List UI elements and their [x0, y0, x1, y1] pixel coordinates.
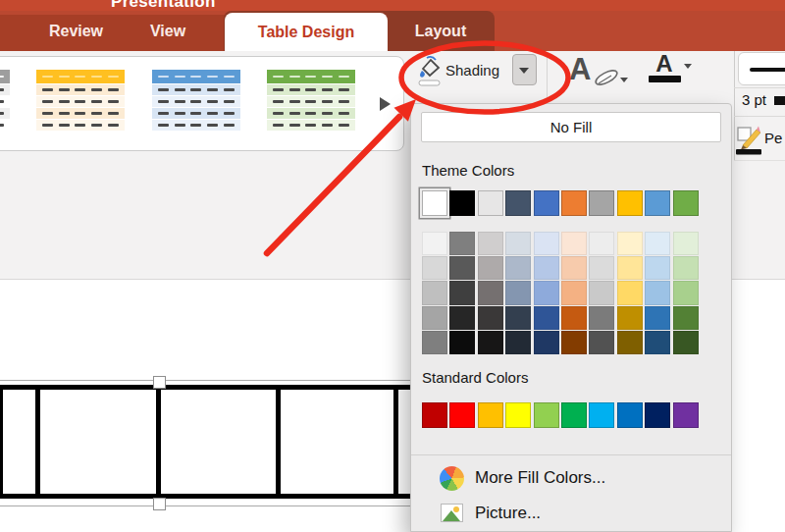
theme-color-swatch[interactable] [534, 190, 559, 216]
shading-button[interactable]: Shading [445, 62, 499, 79]
more-fill-colors-item[interactable]: More Fill Colors... [411, 465, 731, 495]
variant-color-swatch[interactable] [617, 281, 643, 304]
tab-table-design[interactable]: Table Design [225, 13, 388, 51]
variant-color-swatch[interactable] [645, 256, 670, 280]
variant-color-swatch[interactable] [561, 256, 587, 280]
font-color-button[interactable]: A [649, 52, 680, 76]
variant-color-swatch[interactable] [449, 232, 475, 255]
pen-icon[interactable] [735, 122, 764, 155]
standard-color-swatch[interactable] [589, 402, 614, 428]
variant-color-swatch[interactable] [617, 256, 643, 280]
text-effects-button[interactable]: A [569, 54, 591, 84]
table-resize-handle-top[interactable] [153, 376, 166, 389]
standard-color-swatch[interactable] [561, 402, 587, 428]
variant-color-swatch[interactable] [589, 281, 614, 304]
variant-color-swatch[interactable] [505, 331, 531, 354]
variant-color-swatch[interactable] [478, 281, 503, 304]
theme-color-swatch[interactable] [561, 190, 587, 216]
table-style-thumbnail-partial[interactable] [0, 70, 10, 132]
border-weight-button[interactable]: 3 pt [742, 91, 766, 108]
variant-color-swatch[interactable] [478, 256, 503, 280]
variant-color-swatch[interactable] [422, 232, 447, 255]
variant-color-swatch[interactable] [645, 306, 670, 330]
variant-color-swatch[interactable] [673, 306, 699, 330]
theme-color-swatch[interactable] [478, 190, 503, 216]
variant-color-swatch[interactable] [645, 232, 670, 255]
pen-nib-icon[interactable] [592, 67, 623, 88]
variant-color-swatch[interactable] [645, 281, 670, 304]
variant-color-swatch[interactable] [645, 331, 670, 354]
gallery-more-icon[interactable] [380, 97, 391, 111]
no-fill-button[interactable]: No Fill [421, 112, 721, 142]
variant-color-swatch[interactable] [478, 331, 503, 354]
variant-color-swatch[interactable] [422, 331, 447, 354]
table-resize-handle-bottom[interactable] [153, 498, 166, 510]
standard-color-swatch[interactable] [478, 402, 503, 428]
tab-review[interactable]: Review [39, 11, 113, 51]
standard-color-swatch[interactable] [673, 402, 699, 428]
variant-color-swatch[interactable] [534, 331, 559, 354]
table-border-bottom[interactable] [0, 494, 410, 499]
variant-color-swatch[interactable] [617, 331, 643, 354]
chevron-down-icon[interactable] [684, 64, 692, 69]
variant-color-swatch[interactable] [589, 331, 614, 354]
paint-bucket-icon[interactable] [417, 55, 443, 88]
variant-color-swatch[interactable] [534, 281, 559, 304]
variant-color-swatch[interactable] [673, 232, 699, 255]
table-border-top[interactable] [0, 385, 410, 390]
variant-color-swatch[interactable] [449, 306, 475, 330]
variant-color-swatch[interactable] [478, 232, 503, 255]
theme-color-swatch[interactable] [673, 190, 699, 216]
variant-color-swatch[interactable] [561, 232, 587, 255]
variant-color-swatch[interactable] [534, 306, 559, 330]
variant-color-swatch[interactable] [617, 232, 643, 255]
standard-color-swatch[interactable] [449, 402, 475, 428]
variant-color-swatch[interactable] [505, 232, 531, 255]
variant-color-swatch[interactable] [561, 331, 587, 354]
variant-color-swatch[interactable] [673, 281, 699, 304]
variant-color-swatch[interactable] [561, 306, 587, 330]
variant-color-swatch[interactable] [449, 256, 475, 280]
pen-button[interactable]: Pe [764, 130, 782, 146]
variant-color-swatch[interactable] [534, 232, 559, 255]
variant-color-swatch[interactable] [505, 281, 531, 304]
standard-color-swatch[interactable] [505, 402, 531, 428]
variant-color-swatch[interactable] [505, 256, 531, 280]
table-border-vertical[interactable] [35, 385, 40, 499]
standard-color-swatch[interactable] [645, 402, 670, 428]
table-border-vertical[interactable] [156, 385, 161, 499]
table-style-thumbnail-blue[interactable] [152, 70, 240, 132]
variant-color-swatch[interactable] [422, 306, 447, 330]
table-border-vertical[interactable] [393, 385, 398, 499]
variant-color-swatch[interactable] [449, 281, 475, 304]
theme-color-swatch[interactable] [505, 190, 531, 216]
shading-dropdown-button[interactable] [512, 54, 537, 85]
variant-color-swatch[interactable] [449, 331, 475, 354]
standard-color-swatch[interactable] [422, 402, 447, 428]
table-border-vertical[interactable] [0, 385, 3, 499]
variant-color-swatch[interactable] [589, 232, 614, 255]
border-style-button[interactable] [738, 52, 785, 85]
standard-color-swatch[interactable] [534, 402, 559, 428]
variant-color-swatch[interactable] [673, 256, 699, 280]
variant-color-swatch[interactable] [561, 281, 587, 304]
tab-layout[interactable]: Layout [406, 11, 475, 51]
chevron-down-icon[interactable] [620, 78, 628, 82]
table-border-vertical[interactable] [276, 385, 281, 499]
theme-color-swatch[interactable] [617, 190, 643, 216]
tab-view[interactable]: View [135, 11, 200, 51]
table-style-thumbnail-green[interactable] [267, 70, 355, 132]
theme-color-swatch[interactable] [645, 190, 670, 216]
theme-color-swatch[interactable] [449, 190, 475, 216]
variant-color-swatch[interactable] [422, 281, 447, 304]
theme-color-swatch[interactable] [422, 190, 447, 216]
variant-color-swatch[interactable] [534, 256, 559, 280]
picture-item[interactable]: Picture... [411, 501, 731, 530]
table-style-thumbnail-yellow[interactable] [36, 70, 125, 132]
variant-color-swatch[interactable] [589, 306, 614, 330]
variant-color-swatch[interactable] [422, 256, 447, 280]
standard-color-swatch[interactable] [617, 402, 643, 428]
theme-color-swatch[interactable] [589, 190, 614, 216]
variant-color-swatch[interactable] [478, 306, 503, 330]
variant-color-swatch[interactable] [673, 331, 699, 354]
